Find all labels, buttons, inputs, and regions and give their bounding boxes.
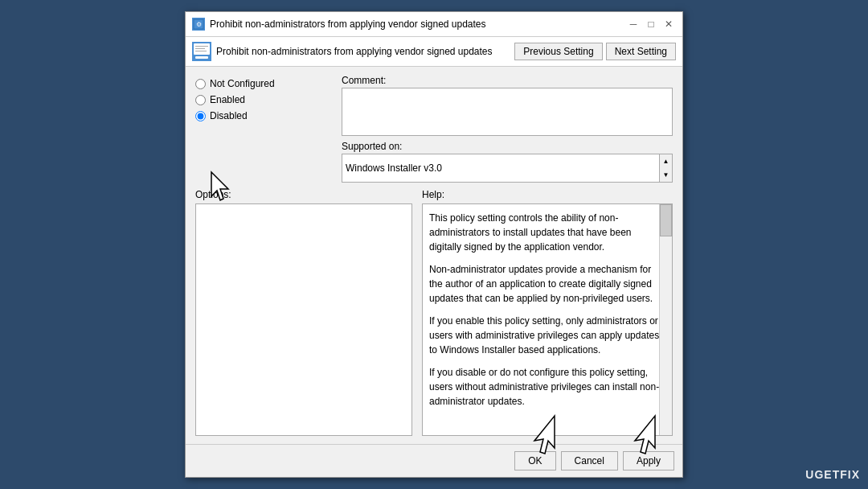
svg-rect-7	[195, 51, 207, 51]
svg-rect-4	[195, 56, 208, 59]
supported-group: Supported on: Windows Installer v3.0 ▲ ▼	[342, 141, 673, 183]
comment-group: Comment:	[342, 75, 673, 136]
radio-not-configured-label: Not Configured	[210, 78, 275, 89]
bottom-section: Options: Help: This policy setting contr…	[195, 189, 673, 436]
title-bar-left: ⚙ Prohibit non-administrators from apply…	[192, 18, 486, 31]
radio-enabled-input[interactable]	[195, 95, 206, 105]
radio-enabled-label: Enabled	[210, 94, 245, 105]
header-left: Prohibit non-administrators from applyin…	[192, 42, 514, 61]
help-text: This policy setting controls the ability…	[429, 211, 665, 409]
right-panel: Comment: Supported on: Windows Installer…	[342, 75, 673, 183]
radio-not-configured-input[interactable]	[195, 79, 206, 89]
header-title: Prohibit non-administrators from applyin…	[216, 46, 493, 57]
dialog-content: Not Configured Enabled Disabled Comment:	[186, 67, 682, 444]
svg-rect-5	[195, 46, 208, 47]
top-section: Not Configured Enabled Disabled Comment:	[195, 75, 673, 183]
supported-scrollbar[interactable]: ▲ ▼	[659, 154, 672, 182]
radio-disabled[interactable]: Disabled	[195, 110, 332, 121]
next-setting-button[interactable]: Next Setting	[606, 43, 676, 60]
cancel-button[interactable]: Cancel	[561, 451, 618, 471]
radio-enabled[interactable]: Enabled	[195, 94, 332, 105]
help-p2: Non-administrator updates provide a mech…	[429, 262, 665, 306]
options-box	[195, 203, 412, 436]
options-label: Options:	[195, 189, 412, 200]
options-panel: Options:	[195, 189, 412, 436]
supported-box: Windows Installer v3.0 ▲ ▼	[342, 154, 673, 183]
radio-not-configured[interactable]: Not Configured	[195, 78, 332, 89]
maximize-button[interactable]: □	[644, 17, 658, 31]
radio-panel: Not Configured Enabled Disabled	[195, 75, 332, 183]
svg-text:⚙: ⚙	[196, 21, 202, 28]
watermark: UGETFIX	[805, 468, 860, 481]
ok-button[interactable]: OK	[514, 451, 555, 471]
help-p1: This policy setting controls the ability…	[429, 211, 665, 254]
comment-textarea[interactable]	[342, 88, 673, 136]
policy-dialog: ⚙ Prohibit non-administrators from apply…	[185, 11, 683, 478]
help-scrollbar-thumb[interactable]	[660, 204, 672, 236]
help-box: This policy setting controls the ability…	[422, 203, 673, 436]
radio-disabled-input[interactable]	[195, 111, 206, 121]
header-buttons: Previous Setting Next Setting	[514, 43, 676, 60]
dialog-footer: OK Cancel Apply	[186, 444, 682, 477]
title-controls: ─ □ ✕	[626, 17, 676, 31]
scroll-up-arrow[interactable]: ▲	[660, 154, 672, 168]
svg-rect-6	[195, 48, 205, 49]
help-scrollbar[interactable]	[659, 204, 672, 435]
comment-label: Comment:	[342, 75, 673, 86]
apply-button[interactable]: Apply	[623, 451, 674, 471]
header-icon	[192, 42, 211, 61]
dialog-icon: ⚙	[192, 18, 205, 31]
close-button[interactable]: ✕	[661, 17, 676, 31]
help-p3: If you enable this policy setting, only …	[429, 314, 665, 357]
previous-setting-button[interactable]: Previous Setting	[514, 43, 602, 60]
window-title: Prohibit non-administrators from applyin…	[210, 18, 486, 30]
title-bar: ⚙ Prohibit non-administrators from apply…	[186, 12, 682, 37]
help-p4: If you disable or do not configure this …	[429, 365, 665, 409]
radio-disabled-label: Disabled	[210, 110, 248, 121]
supported-label: Supported on:	[342, 141, 673, 152]
header-bar: Prohibit non-administrators from applyin…	[186, 37, 682, 67]
supported-value: Windows Installer v3.0	[346, 162, 442, 174]
scroll-down-arrow[interactable]: ▼	[660, 168, 672, 182]
help-label: Help:	[422, 189, 673, 200]
minimize-button[interactable]: ─	[626, 17, 641, 31]
help-panel: Help: This policy setting controls the a…	[422, 189, 673, 436]
